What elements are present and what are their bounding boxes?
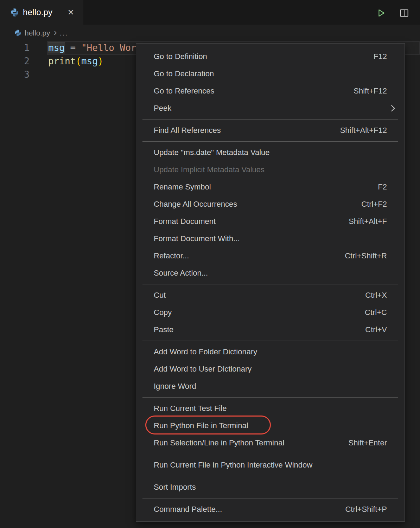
menu-item-shortcut: F2 — [378, 182, 387, 192]
menu-divider — [142, 397, 398, 398]
menu-divider — [142, 341, 398, 341]
menu-item-shortcut: Shift+F12 — [354, 86, 387, 96]
menu-item-change-all-occurrences[interactable]: Change All OccurrencesCtrl+F2 — [136, 195, 405, 213]
python-file-icon — [10, 8, 19, 17]
menu-divider — [142, 454, 398, 454]
code-token: = — [65, 43, 81, 53]
tab-hello-py[interactable]: hello.py ✕ — [0, 0, 83, 25]
chevron-right-icon: › — [53, 29, 57, 36]
menu-item-refactor[interactable]: Refactor...Ctrl+Shift+R — [136, 247, 405, 264]
menu-item-shortcut: F12 — [374, 52, 387, 61]
menu-item-copy[interactable]: CopyCtrl+C — [136, 304, 405, 321]
menu-item-label: Peek — [154, 104, 171, 113]
menu-item-shortcut: Ctrl+Shift+R — [345, 251, 387, 260]
menu-item-go-to-declaration[interactable]: Go to Declaration — [136, 65, 405, 82]
context-menu: Go to DefinitionF12Go to DeclarationGo t… — [136, 43, 405, 522]
menu-item-format-document-with[interactable]: Format Document With... — [136, 230, 405, 247]
menu-item-label: Paste — [154, 325, 173, 334]
menu-item-command-palette[interactable]: Command Palette...Ctrl+Shift+P — [136, 501, 405, 518]
menu-item-label: Run Selection/Line in Python Terminal — [154, 438, 284, 447]
menu-divider — [142, 119, 398, 120]
menu-item-shortcut: Shift+Alt+F — [349, 217, 387, 226]
menu-item-shortcut: Shift+Enter — [349, 438, 387, 447]
menu-item-label: Update Implicit Metadata Values — [154, 165, 265, 174]
menu-item-run-python-file-in-terminal[interactable]: Run Python File in Terminal — [136, 417, 405, 434]
menu-item-update-ms-date-metadata-value[interactable]: Update "ms.date" Metadata Value — [136, 144, 405, 161]
close-icon[interactable]: ✕ — [68, 8, 74, 17]
menu-item-add-word-to-user-dictionary[interactable]: Add Word to User Dictionary — [136, 360, 405, 378]
menu-item-cut[interactable]: CutCtrl+X — [136, 286, 405, 304]
context-menu-list: Go to DefinitionF12Go to DeclarationGo t… — [136, 48, 405, 518]
submenu-arrow-icon — [388, 105, 395, 111]
menu-item-ignore-word[interactable]: Ignore Word — [136, 378, 405, 395]
code-text[interactable]: print(msg) — [48, 54, 103, 68]
menu-item-run-selection-line-in-python-terminal[interactable]: Run Selection/Line in Python TerminalShi… — [136, 434, 405, 451]
menu-item-shortcut: Ctrl+F2 — [361, 200, 387, 209]
line-number[interactable]: 3 — [0, 68, 30, 81]
line-number[interactable]: 1 — [0, 41, 30, 54]
menu-item-label: Format Document — [154, 217, 216, 226]
menu-item-label: Command Palette... — [154, 505, 222, 514]
python-file-icon — [14, 29, 22, 37]
menu-item-find-all-references[interactable]: Find All ReferencesShift+Alt+F12 — [136, 122, 405, 139]
menu-item-label: Sort Imports — [154, 483, 196, 492]
tab-bar: hello.py ✕ — [0, 0, 420, 25]
menu-item-update-implicit-metadata-values: Update Implicit Metadata Values — [136, 161, 405, 178]
code-text[interactable]: msg = "Hello Wor — [48, 41, 136, 54]
menu-item-label: Source Action... — [154, 269, 208, 278]
menu-item-shortcut: Ctrl+C — [365, 308, 387, 317]
menu-item-shortcut: Ctrl+V — [365, 325, 387, 334]
breadcrumb-more[interactable]: ... — [60, 29, 68, 37]
breadcrumb: hello.py › ... — [0, 25, 420, 41]
menu-item-label: Add Word to Folder Dictionary — [154, 347, 257, 356]
menu-item-label: Refactor... — [154, 251, 189, 260]
menu-divider — [142, 284, 398, 284]
menu-item-label: Cut — [154, 291, 166, 300]
menu-item-rename-symbol[interactable]: Rename SymbolF2 — [136, 178, 405, 195]
menu-divider — [142, 498, 398, 498]
menu-item-label: Run Current Test File — [154, 404, 227, 413]
menu-item-label: Go to Definition — [154, 52, 207, 61]
code-token: print — [48, 56, 76, 66]
menu-item-label: Rename Symbol — [154, 182, 211, 192]
menu-item-run-current-file-in-python-interactive-window[interactable]: Run Current File in Python Interactive W… — [136, 456, 405, 474]
menu-item-label: Find All References — [154, 126, 221, 135]
menu-item-go-to-references[interactable]: Go to ReferencesShift+F12 — [136, 82, 405, 99]
run-file-icon[interactable] — [376, 8, 386, 18]
menu-item-label: Copy — [154, 308, 172, 317]
menu-item-label: Format Document With... — [154, 234, 240, 243]
menu-item-label: Update "ms.date" Metadata Value — [154, 148, 270, 157]
code-token: ( — [76, 56, 81, 66]
menu-item-paste[interactable]: PasteCtrl+V — [136, 321, 405, 338]
menu-item-run-current-test-file[interactable]: Run Current Test File — [136, 400, 405, 417]
split-editor-icon[interactable] — [399, 8, 409, 18]
menu-item-add-word-to-folder-dictionary[interactable]: Add Word to Folder Dictionary — [136, 343, 405, 360]
menu-item-sort-imports[interactable]: Sort Imports — [136, 478, 405, 496]
tab-label: hello.py — [23, 7, 52, 17]
menu-item-label: Run Python File in Terminal — [154, 421, 248, 430]
code-token: "Hello Wor — [81, 43, 136, 53]
breadcrumb-file[interactable]: hello.py — [25, 29, 50, 37]
menu-divider — [142, 476, 398, 476]
line-number[interactable]: 2 — [0, 54, 30, 68]
menu-item-shortcut: Ctrl+X — [365, 291, 387, 300]
menu-item-go-to-definition[interactable]: Go to DefinitionF12 — [136, 48, 405, 65]
menu-item-shortcut: Ctrl+Shift+P — [345, 505, 387, 514]
menu-item-label: Ignore Word — [154, 382, 196, 391]
menu-item-peek[interactable]: Peek — [136, 99, 405, 117]
code-token: msg — [48, 43, 65, 53]
code-token: msg — [81, 56, 98, 66]
menu-item-label: Run Current File in Python Interactive W… — [154, 461, 312, 470]
menu-item-shortcut: Shift+Alt+F12 — [340, 126, 387, 135]
menu-item-label: Go to References — [154, 86, 214, 96]
menu-item-label: Go to Declaration — [154, 69, 214, 78]
menu-item-format-document[interactable]: Format DocumentShift+Alt+F — [136, 213, 405, 230]
menu-item-label: Change All Occurrences — [154, 200, 237, 209]
menu-item-label: Add Word to User Dictionary — [154, 365, 252, 374]
code-token: ) — [98, 56, 103, 66]
menu-item-source-action[interactable]: Source Action... — [136, 264, 405, 282]
menu-divider — [142, 141, 398, 142]
